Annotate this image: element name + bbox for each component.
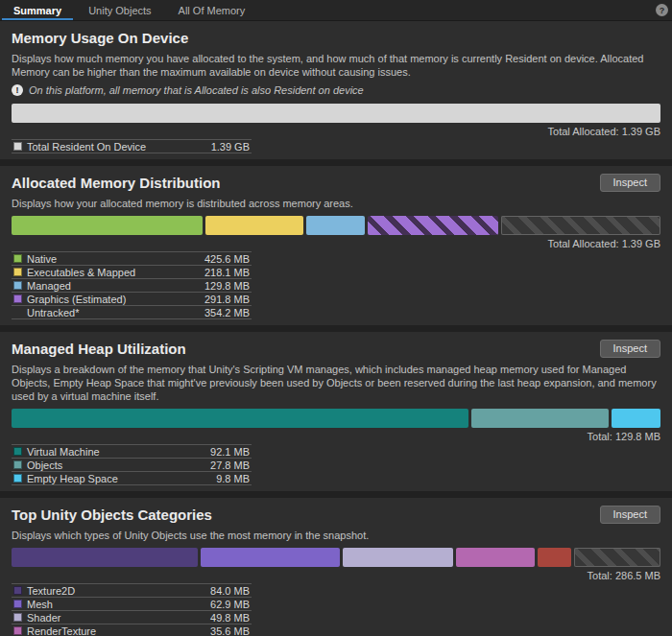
legend-label: Total Resident On Device bbox=[27, 141, 146, 153]
bar-segment-scriptableobject[interactable] bbox=[538, 548, 571, 567]
bar-segment-mesh[interactable] bbox=[201, 548, 340, 567]
legend-row-graphics-estimated[interactable]: Graphics (Estimated)291.8 MB bbox=[12, 292, 252, 305]
legend-value: 49.8 MB bbox=[210, 612, 252, 624]
section-title: Top Unity Objects Categories bbox=[12, 506, 212, 524]
legend-label: RenderTexture bbox=[27, 625, 96, 636]
legend-swatch bbox=[13, 142, 22, 151]
legend-swatch bbox=[13, 586, 22, 595]
legend-row-mesh[interactable]: Mesh62.9 MB bbox=[12, 597, 252, 610]
section-title: Memory Usage On Device bbox=[12, 29, 188, 47]
unity-objects-legend: Texture2D84.0 MBMesh62.9 MBShader49.8 MB… bbox=[12, 583, 252, 636]
legend-label: Virtual Machine bbox=[27, 446, 100, 458]
section-managed-heap-utilization: Managed Heap Utilization Inspect Display… bbox=[0, 332, 672, 491]
total-label: Total: 286.5 MB bbox=[12, 570, 660, 581]
legend-label: Managed bbox=[27, 280, 71, 292]
platform-note: ! On this platform, all memory that is A… bbox=[12, 84, 660, 96]
managed-heap-bar bbox=[12, 409, 660, 428]
legend-value: 291.8 MB bbox=[204, 294, 252, 305]
section-title: Allocated Memory Distribution bbox=[12, 174, 221, 192]
legend-swatch bbox=[13, 447, 22, 456]
legend-label: Native bbox=[27, 253, 57, 265]
legend-value: 218.1 MB bbox=[204, 267, 252, 278]
bar-segment-native[interactable] bbox=[12, 216, 203, 235]
memory-usage-bar bbox=[12, 104, 660, 123]
legend-label: Empty Heap Space bbox=[27, 473, 118, 484]
legend-label: Executables & Mapped bbox=[27, 267, 135, 278]
legend-value: 84.0 MB bbox=[210, 585, 252, 597]
legend-value: 1.39 GB bbox=[211, 141, 252, 153]
unity-objects-bar bbox=[12, 548, 660, 567]
legend-row-virtual-machine[interactable]: Virtual Machine92.1 MB bbox=[12, 444, 252, 458]
bar-segment-graphics-estimated[interactable] bbox=[368, 216, 499, 235]
legend-row-shader[interactable]: Shader49.8 MB bbox=[12, 610, 252, 624]
tab-bar: Summary Unity Objects All Of Memory ? bbox=[0, 0, 672, 21]
legend-row-texture2d[interactable]: Texture2D84.0 MB bbox=[12, 583, 252, 597]
legend-swatch bbox=[13, 254, 22, 263]
legend-swatch bbox=[13, 626, 22, 635]
info-icon: ! bbox=[12, 84, 23, 96]
section-description: Displays which types of Unity Objects us… bbox=[12, 529, 660, 542]
legend-swatch bbox=[13, 613, 22, 622]
help-icon[interactable]: ? bbox=[656, 4, 668, 16]
legend-row-empty-heap-space[interactable]: Empty Heap Space9.8 MB bbox=[12, 471, 252, 484]
section-description: Displays how much memory you have alloca… bbox=[12, 52, 660, 79]
legend-swatch bbox=[13, 460, 22, 469]
section-description: Displays how your allocated memory is di… bbox=[12, 197, 660, 210]
legend-value: 425.6 MB bbox=[204, 253, 252, 265]
inspect-button[interactable]: Inspect bbox=[600, 174, 660, 192]
legend-row-native[interactable]: Native425.6 MB bbox=[12, 251, 252, 265]
inspect-button[interactable]: Inspect bbox=[600, 340, 660, 358]
legend-label: Mesh bbox=[27, 599, 53, 610]
bar-segment-rendertexture[interactable] bbox=[456, 548, 535, 567]
bar-segment-shader[interactable] bbox=[343, 548, 453, 567]
platform-note-text: On this platform, all memory that is All… bbox=[29, 84, 364, 96]
total-label: Total: 129.8 MB bbox=[12, 431, 660, 442]
legend-row-objects[interactable]: Objects27.8 MB bbox=[12, 458, 252, 471]
legend-value: 9.8 MB bbox=[216, 473, 252, 484]
legend-swatch bbox=[13, 474, 22, 483]
bar-segment-total-resident-on-device[interactable] bbox=[12, 104, 660, 123]
allocated-distribution-bar bbox=[12, 216, 660, 235]
legend-swatch bbox=[13, 268, 22, 276]
section-top-unity-objects-categories: Top Unity Objects Categories Inspect Dis… bbox=[0, 498, 672, 636]
tab-all-of-memory[interactable]: All Of Memory bbox=[165, 0, 259, 20]
section-description: Displays a breakdown of the memory that … bbox=[12, 363, 660, 403]
bar-segment-managed[interactable] bbox=[306, 216, 365, 235]
bar-segment-objects[interactable] bbox=[471, 409, 610, 428]
legend-swatch bbox=[13, 600, 22, 608]
section-allocated-memory-distribution: Allocated Memory Distribution Inspect Di… bbox=[0, 166, 672, 325]
total-allocated-label: Total Allocated: 1.39 GB bbox=[12, 238, 660, 249]
legend-label: Objects bbox=[27, 459, 62, 471]
total-allocated-label: Total Allocated: 1.39 GB bbox=[12, 126, 660, 137]
managed-heap-legend: Virtual Machine92.1 MBObjects27.8 MBEmpt… bbox=[12, 444, 252, 485]
bar-segment-untracked[interactable] bbox=[501, 216, 660, 235]
legend-value: 354.2 MB bbox=[204, 307, 252, 318]
legend-value: 129.8 MB bbox=[204, 280, 252, 292]
legend-row-untracked[interactable]: Untracked*354.2 MB bbox=[12, 305, 252, 318]
legend-swatch bbox=[13, 294, 22, 303]
section-title: Managed Heap Utilization bbox=[12, 340, 186, 358]
legend-value: 62.9 MB bbox=[210, 599, 252, 610]
bar-segment-others[interactable] bbox=[574, 548, 660, 567]
tab-summary[interactable]: Summary bbox=[0, 0, 75, 20]
legend-row-executables-mapped[interactable]: Executables & Mapped218.1 MB bbox=[12, 265, 252, 278]
legend-label: Texture2D bbox=[27, 585, 75, 597]
legend-row-rendertexture[interactable]: RenderTexture35.6 MB bbox=[12, 624, 252, 636]
legend-label: Graphics (Estimated) bbox=[27, 294, 126, 305]
tab-unity-objects[interactable]: Unity Objects bbox=[75, 0, 164, 20]
legend-row-total-resident-on-device[interactable]: Total Resident On Device1.39 GB bbox=[12, 139, 252, 153]
legend-value: 35.6 MB bbox=[210, 625, 252, 636]
legend-row-managed[interactable]: Managed129.8 MB bbox=[12, 278, 252, 292]
memory-usage-legend: Total Resident On Device1.39 GB bbox=[12, 139, 252, 153]
legend-value: 27.8 MB bbox=[210, 459, 252, 471]
allocated-distribution-legend: Native425.6 MBExecutables & Mapped218.1 … bbox=[12, 251, 252, 319]
bar-segment-texture2d[interactable] bbox=[12, 548, 198, 567]
bar-segment-empty-heap-space[interactable] bbox=[612, 409, 660, 428]
inspect-button[interactable]: Inspect bbox=[600, 506, 660, 524]
legend-swatch bbox=[13, 281, 22, 290]
bar-segment-virtual-machine[interactable] bbox=[12, 409, 468, 428]
legend-swatch-empty bbox=[13, 308, 22, 317]
legend-label: Untracked* bbox=[27, 307, 79, 318]
bar-segment-executables-mapped[interactable] bbox=[205, 216, 303, 235]
legend-value: 92.1 MB bbox=[210, 446, 252, 458]
